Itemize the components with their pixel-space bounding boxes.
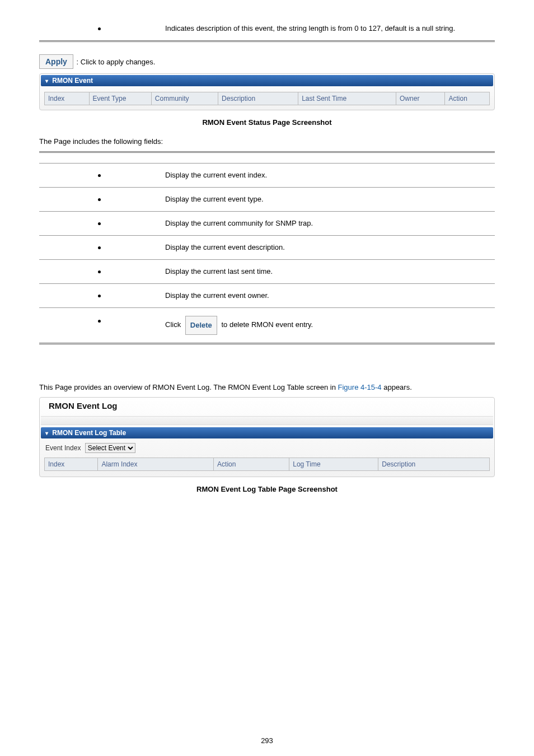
apply-button[interactable]: Apply (39, 54, 73, 69)
delete-button[interactable]: Delete (185, 316, 217, 335)
col2-index: Index (45, 458, 98, 471)
top-row-desc: Indicates description of this event, the… (160, 17, 495, 41)
col2-alarm: Alarm Index (98, 458, 214, 471)
hdr-object (39, 152, 160, 164)
bullet-icon (98, 222, 101, 225)
page-number: 293 (0, 736, 534, 745)
action-post: to delete RMON event entry. (221, 321, 313, 329)
col-description: Description (218, 92, 298, 105)
intro2: The Page includes the following fields: (39, 137, 495, 147)
rmon-event-grid: Index Event Type Community Description L… (44, 92, 490, 105)
bullet-icon (98, 270, 101, 273)
col-community: Community (151, 92, 218, 105)
row-community: Display the current community for SNMP t… (160, 212, 495, 236)
caption2: RMON Event Log Table Page Screenshot (39, 485, 495, 493)
row-description: Display the current event description. (160, 236, 495, 260)
event-index-label: Event Index (45, 444, 81, 452)
rmon-eventlog-screenshot: RMON Event Log ▾ RMON Event Log Table Ev… (39, 397, 495, 477)
row-type: Display the current event type. (160, 188, 495, 212)
col-action: Action (445, 92, 490, 105)
row-action: Click Delete to delete RMON event entry. (160, 308, 495, 344)
panel2-title: RMON Event Log Table (52, 429, 126, 437)
apply-line: Apply : Click to apply changes. (39, 54, 495, 69)
caption1: RMON Event Status Page Screenshot (39, 118, 495, 127)
bullet-cell (39, 17, 160, 41)
caret-down-icon: ▾ (45, 430, 48, 436)
fields-table: Display the current event index. Display… (39, 151, 495, 344)
bullet-icon (98, 246, 101, 249)
row-owner: Display the current event owner. (160, 284, 495, 308)
caret-down-icon: ▾ (45, 78, 48, 84)
hdr-description (160, 152, 495, 164)
section2-intro: This Page provides an overview of RMON E… (39, 382, 495, 393)
panel2-titlebar: ▾ RMON Event Log Table (41, 427, 493, 438)
action-pre: Click (165, 321, 181, 329)
col-index: Index (45, 92, 90, 105)
col-owner: Owner (396, 92, 445, 105)
bullet-icon (98, 198, 101, 201)
col-lastsent: Last Sent Time (298, 92, 396, 105)
col-eventtype: Event Type (89, 92, 151, 105)
top-desc-table: Indicates description of this event, the… (39, 17, 495, 42)
eventlog-head: RMON Event Log (41, 398, 493, 416)
figure-ref[interactable]: Figure 4-15-4 (338, 383, 382, 391)
bullet-icon (98, 27, 101, 30)
panel1-title: RMON Event (52, 77, 93, 85)
col2-logtime: Log Time (289, 458, 378, 471)
rmon-event-screenshot: ▾ RMON Event Index Event Type Community … (39, 73, 495, 110)
bullet-icon (98, 295, 101, 297)
eventlog-grid: Index Alarm Index Action Log Time Descri… (44, 458, 490, 471)
event-index-select[interactable]: Select Event (85, 443, 135, 453)
section-heading (39, 366, 495, 377)
panel1-titlebar: ▾ RMON Event (41, 75, 493, 86)
apply-text: : Click to apply changes. (77, 58, 156, 66)
bullet-icon (98, 174, 101, 177)
col2-action: Action (214, 458, 289, 471)
col2-desc: Description (378, 458, 490, 471)
bullet-icon (98, 320, 101, 323)
row-lastsent: Display the current last sent time. (160, 260, 495, 284)
row-index: Display the current event index. (160, 164, 495, 188)
